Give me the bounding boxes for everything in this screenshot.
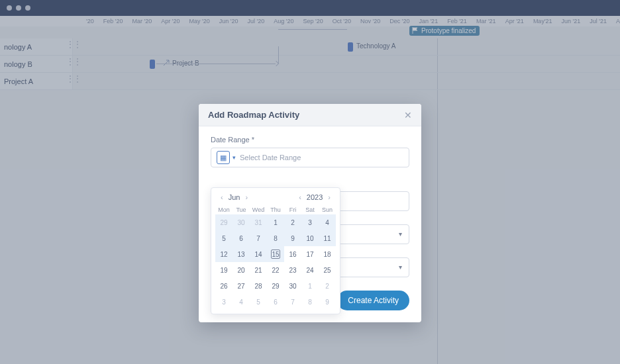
calendar-day[interactable]: 30	[232, 214, 250, 230]
next-year-button[interactable]: ›	[327, 193, 332, 201]
calendar-day[interactable]: 16	[284, 246, 301, 262]
calendar-day[interactable]: 31	[250, 214, 267, 230]
calendar-day[interactable]: 1	[301, 278, 319, 294]
calendar-dow: Wed	[250, 205, 267, 214]
calendar-day[interactable]: 25	[319, 262, 336, 278]
prev-year-button[interactable]: ‹	[297, 193, 303, 201]
calendar-day[interactable]: 2	[319, 278, 336, 294]
calendar-popover: ‹ Jun › ‹ 2023 › MonTueWedThuFriSatSun29…	[211, 187, 340, 314]
calendar-grid: MonTueWedThuFriSatSun2930311234567891011…	[215, 205, 336, 310]
calendar-day[interactable]: 28	[250, 278, 267, 294]
calendar-month-label: Jun	[229, 193, 240, 201]
calendar-dow: Mon	[215, 205, 232, 214]
close-icon[interactable]: ✕	[404, 110, 412, 120]
calendar-day[interactable]: 3	[215, 294, 232, 310]
prev-month-button[interactable]: ‹	[219, 193, 225, 201]
modal-body: Date Range * ▦ ▾ Select Date Range ‹ Jun…	[199, 126, 421, 322]
calendar-dow: Sat	[301, 205, 319, 214]
calendar-dow: Thu	[267, 205, 284, 214]
calendar-day[interactable]: 18	[319, 246, 336, 262]
calendar-year-label: 2023	[307, 193, 323, 201]
calendar-dow: Sun	[319, 205, 336, 214]
calendar-day[interactable]: 13	[232, 246, 250, 262]
calendar-day[interactable]: 24	[301, 262, 319, 278]
calendar-day[interactable]: 5	[250, 294, 267, 310]
calendar-day[interactable]: 2	[284, 214, 301, 230]
calendar-day[interactable]: 7	[284, 294, 301, 310]
calendar-day[interactable]: 29	[215, 214, 232, 230]
calendar-dow: Fri	[284, 205, 301, 214]
calendar-day[interactable]: 10	[301, 230, 319, 246]
calendar-day[interactable]: 6	[232, 230, 250, 246]
calendar-day[interactable]: 11	[319, 230, 336, 246]
calendar-day[interactable]: 29	[267, 278, 284, 294]
chevron-down-icon: ▾	[399, 230, 402, 238]
calendar-day[interactable]: 3	[301, 214, 319, 230]
chevron-down-icon: ▾	[232, 154, 236, 161]
calendar-dow: Tue	[232, 205, 250, 214]
calendar-day[interactable]: 7	[250, 230, 267, 246]
chevron-down-icon: ▾	[399, 263, 402, 271]
next-month-button[interactable]: ›	[244, 193, 249, 201]
calendar-day[interactable]: 8	[267, 230, 284, 246]
calendar-day[interactable]: 17	[301, 246, 319, 262]
calendar-nav: ‹ Jun › ‹ 2023 ›	[215, 193, 336, 205]
modal-title: Add Roadmap Activity	[208, 110, 299, 120]
calendar-day[interactable]: 23	[284, 262, 301, 278]
calendar-day[interactable]: 19	[215, 262, 232, 278]
calendar-day[interactable]: 4	[232, 294, 250, 310]
calendar-day[interactable]: 6	[267, 294, 284, 310]
calendar-day[interactable]: 30	[284, 278, 301, 294]
calendar-day[interactable]: 5	[215, 230, 232, 246]
modal-header: Add Roadmap Activity ✕	[199, 104, 421, 126]
calendar-day[interactable]: 26	[215, 278, 232, 294]
calendar-day[interactable]: 1	[267, 214, 284, 230]
calendar-day[interactable]: 4	[319, 214, 336, 230]
add-roadmap-activity-modal: Add Roadmap Activity ✕ Date Range * ▦ ▾ …	[199, 104, 421, 322]
calendar-day[interactable]: 27	[232, 278, 250, 294]
date-range-input[interactable]: ▦ ▾ Select Date Range	[211, 148, 409, 167]
calendar-day[interactable]: 9	[319, 294, 336, 310]
calendar-day[interactable]: 15	[267, 246, 284, 262]
calendar-day[interactable]: 8	[301, 294, 319, 310]
calendar-day[interactable]: 22	[267, 262, 284, 278]
date-range-placeholder: Select Date Range	[240, 154, 301, 161]
calendar-day[interactable]: 14	[250, 246, 267, 262]
calendar-day[interactable]: 20	[232, 262, 250, 278]
calendar-day[interactable]: 12	[215, 246, 232, 262]
calendar-day[interactable]: 21	[250, 262, 267, 278]
calendar-day[interactable]: 9	[284, 230, 301, 246]
date-range-label: Date Range *	[211, 136, 409, 144]
calendar-icon: ▦	[217, 151, 230, 164]
create-activity-button[interactable]: Create Activity	[337, 291, 409, 310]
